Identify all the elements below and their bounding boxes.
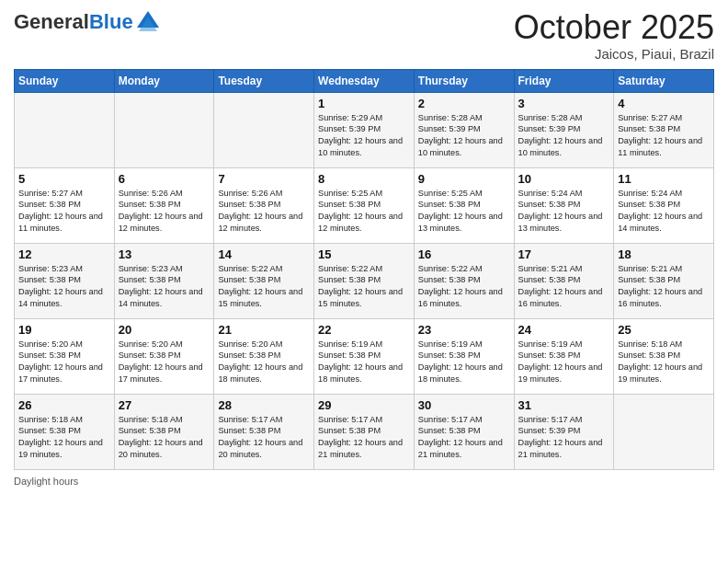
day-number: 17: [518, 247, 610, 261]
weekday-header: Tuesday: [214, 69, 314, 92]
logo: GeneralBlue: [14, 9, 161, 35]
calendar-cell: 13Sunrise: 5:23 AM Sunset: 5:38 PM Dayli…: [114, 243, 214, 318]
calendar-cell: 24Sunrise: 5:19 AM Sunset: 5:38 PM Dayli…: [514, 318, 614, 394]
title-block: October 2025 Jaicos, Piaui, Brazil: [514, 9, 714, 62]
day-number: 16: [418, 247, 510, 261]
day-number: 27: [119, 398, 210, 412]
calendar-week-row: 1Sunrise: 5:29 AM Sunset: 5:39 PM Daylig…: [15, 92, 714, 167]
weekday-header: Thursday: [414, 69, 514, 92]
day-number: 2: [418, 97, 510, 110]
day-info: Sunrise: 5:21 AM Sunset: 5:38 PM Dayligh…: [618, 263, 710, 311]
calendar-cell: 6Sunrise: 5:26 AM Sunset: 5:38 PM Daylig…: [114, 167, 214, 243]
day-info: Sunrise: 5:20 AM Sunset: 5:38 PM Dayligh…: [218, 339, 310, 386]
day-info: Sunrise: 5:28 AM Sunset: 5:39 PM Dayligh…: [418, 112, 510, 160]
day-info: Sunrise: 5:28 AM Sunset: 5:39 PM Dayligh…: [518, 112, 610, 160]
day-info: Sunrise: 5:20 AM Sunset: 5:38 PM Dayligh…: [18, 339, 110, 386]
day-number: 6: [119, 172, 210, 186]
day-number: 20: [119, 323, 210, 337]
calendar-cell: 15Sunrise: 5:22 AM Sunset: 5:38 PM Dayli…: [314, 243, 415, 318]
day-number: 9: [418, 172, 510, 186]
calendar-cell: 14Sunrise: 5:22 AM Sunset: 5:38 PM Dayli…: [214, 243, 314, 318]
calendar-cell: 21Sunrise: 5:20 AM Sunset: 5:38 PM Dayli…: [214, 318, 314, 394]
day-number: 30: [418, 398, 510, 412]
calendar-cell: 30Sunrise: 5:17 AM Sunset: 5:38 PM Dayli…: [414, 394, 514, 469]
weekday-header: Friday: [514, 69, 614, 92]
day-number: 14: [218, 247, 310, 261]
day-number: 1: [318, 97, 410, 110]
day-number: 7: [218, 172, 310, 186]
day-number: 8: [318, 172, 410, 186]
day-number: 22: [318, 323, 410, 337]
calendar-cell: 1Sunrise: 5:29 AM Sunset: 5:39 PM Daylig…: [314, 92, 415, 167]
day-info: Sunrise: 5:22 AM Sunset: 5:38 PM Dayligh…: [318, 263, 410, 311]
day-number: 15: [318, 247, 410, 261]
calendar-cell: 22Sunrise: 5:19 AM Sunset: 5:38 PM Dayli…: [314, 318, 415, 394]
day-number: 19: [18, 323, 110, 337]
calendar-cell: 17Sunrise: 5:21 AM Sunset: 5:38 PM Dayli…: [514, 243, 614, 318]
day-info: Sunrise: 5:27 AM Sunset: 5:38 PM Dayligh…: [18, 188, 110, 236]
day-info: Sunrise: 5:25 AM Sunset: 5:38 PM Dayligh…: [318, 188, 410, 236]
day-info: Sunrise: 5:22 AM Sunset: 5:38 PM Dayligh…: [218, 263, 310, 311]
calendar-cell: 19Sunrise: 5:20 AM Sunset: 5:38 PM Dayli…: [15, 318, 115, 394]
calendar-cell: 25Sunrise: 5:18 AM Sunset: 5:38 PM Dayli…: [614, 318, 714, 394]
calendar-cell: 28Sunrise: 5:17 AM Sunset: 5:38 PM Dayli…: [214, 394, 314, 469]
day-info: Sunrise: 5:18 AM Sunset: 5:38 PM Dayligh…: [618, 339, 710, 386]
header: GeneralBlue October 2025 Jaicos, Piaui, …: [14, 9, 714, 62]
calendar-cell: 9Sunrise: 5:25 AM Sunset: 5:38 PM Daylig…: [414, 167, 514, 243]
calendar-week-row: 19Sunrise: 5:20 AM Sunset: 5:38 PM Dayli…: [15, 318, 714, 394]
calendar-cell: 31Sunrise: 5:17 AM Sunset: 5:39 PM Dayli…: [514, 394, 614, 469]
day-number: 21: [218, 323, 310, 337]
day-number: 5: [18, 172, 110, 186]
day-info: Sunrise: 5:23 AM Sunset: 5:38 PM Dayligh…: [18, 263, 110, 311]
day-info: Sunrise: 5:20 AM Sunset: 5:38 PM Dayligh…: [119, 339, 210, 386]
calendar-cell: 3Sunrise: 5:28 AM Sunset: 5:39 PM Daylig…: [514, 92, 614, 167]
day-info: Sunrise: 5:29 AM Sunset: 5:39 PM Dayligh…: [318, 112, 410, 160]
weekday-header: Saturday: [614, 69, 714, 92]
logo-text: GeneralBlue: [14, 11, 133, 33]
calendar-cell: 29Sunrise: 5:17 AM Sunset: 5:38 PM Dayli…: [314, 394, 415, 469]
day-number: 12: [18, 247, 110, 261]
day-info: Sunrise: 5:24 AM Sunset: 5:38 PM Dayligh…: [618, 188, 710, 236]
day-number: 18: [618, 247, 710, 261]
weekday-header: Sunday: [15, 69, 115, 92]
calendar-cell: [114, 92, 214, 167]
day-number: 23: [418, 323, 510, 337]
day-info: Sunrise: 5:26 AM Sunset: 5:38 PM Dayligh…: [218, 188, 310, 236]
calendar-cell: [15, 92, 115, 167]
day-number: 10: [518, 172, 610, 186]
calendar-cell: 23Sunrise: 5:19 AM Sunset: 5:38 PM Dayli…: [414, 318, 514, 394]
day-number: 4: [618, 97, 710, 110]
day-info: Sunrise: 5:19 AM Sunset: 5:38 PM Dayligh…: [518, 339, 610, 386]
header-row: SundayMondayTuesdayWednesdayThursdayFrid…: [15, 69, 714, 92]
calendar-cell: 2Sunrise: 5:28 AM Sunset: 5:39 PM Daylig…: [414, 92, 514, 167]
calendar-cell: 16Sunrise: 5:22 AM Sunset: 5:38 PM Dayli…: [414, 243, 514, 318]
day-info: Sunrise: 5:25 AM Sunset: 5:38 PM Dayligh…: [418, 188, 510, 236]
day-number: 31: [518, 398, 610, 412]
day-number: 26: [18, 398, 110, 412]
day-info: Sunrise: 5:21 AM Sunset: 5:38 PM Dayligh…: [518, 263, 610, 311]
calendar-cell: 8Sunrise: 5:25 AM Sunset: 5:38 PM Daylig…: [314, 167, 415, 243]
day-info: Sunrise: 5:27 AM Sunset: 5:38 PM Dayligh…: [618, 112, 710, 160]
day-number: 28: [218, 398, 310, 412]
logo-icon: [135, 9, 161, 35]
day-number: 11: [618, 172, 710, 186]
calendar-cell: 5Sunrise: 5:27 AM Sunset: 5:38 PM Daylig…: [15, 167, 115, 243]
day-info: Sunrise: 5:18 AM Sunset: 5:38 PM Dayligh…: [119, 414, 210, 462]
calendar-week-row: 12Sunrise: 5:23 AM Sunset: 5:38 PM Dayli…: [15, 243, 714, 318]
day-info: Sunrise: 5:19 AM Sunset: 5:38 PM Dayligh…: [318, 339, 410, 386]
month-title: October 2025: [514, 9, 714, 46]
calendar-week-row: 26Sunrise: 5:18 AM Sunset: 5:38 PM Dayli…: [15, 394, 714, 469]
day-number: 25: [618, 323, 710, 337]
location: Jaicos, Piaui, Brazil: [514, 46, 714, 62]
day-number: 13: [119, 247, 210, 261]
day-number: 24: [518, 323, 610, 337]
day-info: Sunrise: 5:22 AM Sunset: 5:38 PM Dayligh…: [418, 263, 510, 311]
calendar-cell: 7Sunrise: 5:26 AM Sunset: 5:38 PM Daylig…: [214, 167, 314, 243]
calendar-cell: 12Sunrise: 5:23 AM Sunset: 5:38 PM Dayli…: [15, 243, 115, 318]
footer: Daylight hours: [14, 476, 714, 487]
day-info: Sunrise: 5:17 AM Sunset: 5:38 PM Dayligh…: [318, 414, 410, 462]
calendar-cell: 10Sunrise: 5:24 AM Sunset: 5:38 PM Dayli…: [514, 167, 614, 243]
day-info: Sunrise: 5:17 AM Sunset: 5:39 PM Dayligh…: [518, 414, 610, 462]
weekday-header: Wednesday: [314, 69, 415, 92]
calendar-cell: 18Sunrise: 5:21 AM Sunset: 5:38 PM Dayli…: [614, 243, 714, 318]
